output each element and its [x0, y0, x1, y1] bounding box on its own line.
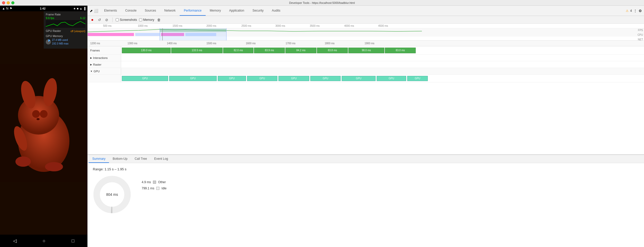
dtick-1600: 1600 ms: [246, 42, 256, 45]
responsive-icon[interactable]: ⬜: [94, 9, 98, 13]
battery-icon: ▐: [83, 7, 85, 10]
home-button[interactable]: ○: [43, 238, 46, 244]
tick-3000ms: 3000 ms: [275, 24, 285, 27]
gpu-triangle[interactable]: ▼: [90, 70, 93, 73]
other-color-box: [153, 181, 156, 184]
svg-point-10: [37, 118, 40, 120]
devtools-corner: ⚠ 4 ⋮ ⚙: [626, 6, 644, 16]
devtools-more-icon[interactable]: ⋮: [633, 9, 637, 13]
devtools-toolbar: ● ↺ ⊘ Screenshots Memory 🗑: [88, 16, 644, 24]
frame-block-2: 133.5 ms: [171, 48, 223, 53]
frames-content: 130.0 ms 133.5 ms 82.0 ms 83.9 ms 84.2 m…: [121, 46, 644, 54]
summary-legend: 4.9 ms Other 799.1 ms Idle: [142, 175, 167, 190]
tab-performance[interactable]: Performance: [180, 6, 206, 16]
minimize-button[interactable]: [7, 1, 10, 4]
frame-block-7: 98.0 ms: [348, 48, 384, 53]
dtick-1200: 1200 ms: [90, 42, 100, 45]
window-title: Developer Tools - https://localhost:5000…: [289, 1, 355, 4]
memory-checkbox[interactable]: [139, 18, 142, 21]
raster-track: ▶ Raster: [88, 61, 644, 68]
dtick-1800: 1800 ms: [325, 42, 334, 45]
svg-point-5: [32, 110, 40, 118]
frames-text: Frames: [90, 49, 100, 52]
interactions-triangle[interactable]: ▶: [90, 57, 92, 59]
gpu-text: GPU: [94, 70, 100, 73]
frame-block-4: 83.9 ms: [254, 48, 285, 53]
gpu-block-4: GPU: [247, 76, 277, 81]
idle-label: Idle: [161, 187, 166, 190]
status-time: 1:42: [40, 7, 46, 10]
gpu-memory-section: GPU Memory 27.4 MB used 192.0 MB max: [46, 34, 85, 46]
overview-section: 500 ms 1000 ms 1500 ms 2000 ms 2500 ms 3…: [88, 24, 644, 41]
settings-icon[interactable]: ⚙: [639, 9, 642, 13]
stop-button[interactable]: ⊘: [104, 17, 109, 22]
gpu-block-7: GPU: [342, 76, 376, 81]
gpu-memory-values: 27.4 MB used 192.0 MB max: [52, 38, 68, 46]
raster-triangle[interactable]: ▶: [90, 63, 92, 66]
tick-2000ms: 2000 ms: [206, 24, 216, 27]
maximize-button[interactable]: [11, 1, 14, 4]
legend-idle: 799.1 ms Idle: [142, 187, 167, 190]
svg-rect-15: [88, 33, 134, 36]
gpu-block-6: GPU: [310, 76, 341, 81]
tab-application[interactable]: Application: [225, 6, 248, 16]
gpu-block-2: GPU: [169, 76, 217, 81]
interactions-text: Interactions: [93, 56, 108, 59]
interactions-label: ▶ Interactions: [88, 55, 121, 61]
tab-audits[interactable]: Audits: [268, 6, 284, 16]
phone-status-bar: ▲ N ⚑ 1:42 ★ ■ ▲ ▐: [0, 6, 87, 11]
tab-memory[interactable]: Memory: [206, 6, 225, 16]
android-icon: ▲: [2, 7, 5, 10]
android-icon2: N: [6, 7, 8, 10]
tab-sources[interactable]: Sources: [141, 6, 160, 16]
perf-overlay: Frame Rate 9.6 fps 6-12 GPU Raster off (…: [44, 11, 87, 49]
interactions-content: [121, 55, 644, 61]
wifi-icon: ▲: [79, 7, 82, 10]
gpu-memory-title: GPU Memory: [46, 34, 85, 38]
timeline-area: 500 ms 1000 ms 1500 ms 2000 ms 2500 ms 3…: [88, 24, 644, 154]
tab-network[interactable]: Network: [160, 6, 180, 16]
recents-button[interactable]: □: [71, 238, 74, 244]
gpu-track: GPU GPU GPU GPU GPU GPU GPU GPU GPU: [88, 75, 644, 82]
bluetooth-icon: ★: [73, 7, 76, 10]
gpu-raster-section: GPU Raster off (viewport): [46, 29, 85, 33]
tab-summary[interactable]: Summary: [89, 155, 109, 163]
record-button[interactable]: ●: [90, 17, 95, 22]
frame-block-6: 83.8 ms: [317, 48, 348, 53]
screenshots-toggle[interactable]: Screenshots: [116, 18, 137, 22]
gpu-block-3: GPU: [218, 76, 246, 81]
frame-rate-title: Frame Rate: [46, 13, 85, 16]
status-icons: ★ ■ ▲ ▐: [73, 7, 85, 10]
detail-timeline[interactable]: 1200 ms 1300 ms 1400 ms 1500 ms 1600 ms …: [88, 41, 644, 154]
cursor-icon[interactable]: ⬈: [90, 9, 93, 13]
tab-bottom-up[interactable]: Bottom-Up: [109, 155, 131, 163]
idle-color-box: [156, 187, 159, 190]
tab-security[interactable]: Security: [248, 6, 268, 16]
screenshots-checkbox[interactable]: [116, 18, 119, 21]
warning-icon: ⚠: [626, 9, 629, 13]
tick-4500ms: 4500 ms: [378, 24, 388, 27]
tab-console[interactable]: Console: [121, 6, 141, 16]
tab-elements[interactable]: Elements: [100, 6, 121, 16]
close-button[interactable]: [2, 1, 5, 4]
screenshots-label: Screenshots: [120, 18, 137, 22]
bottom-tabs: Summary Bottom-Up Call Tree Event Log: [88, 155, 644, 163]
frame-block-8: 83.0 ms: [385, 48, 416, 53]
title-bar: Developer Tools - https://localhost:5000…: [0, 0, 644, 6]
selection-overlay[interactable]: [160, 28, 226, 41]
tick-4000ms: 4000 ms: [344, 24, 354, 27]
memory-toggle[interactable]: Memory: [139, 18, 154, 22]
gpu-label-track: ▼ GPU: [88, 68, 644, 75]
clear-button[interactable]: 🗑: [156, 17, 161, 22]
summary-chart-area: 804 ms 4.9 ms Other 799.1 ms Idle: [93, 175, 639, 214]
frames-track: Frames 130.0 ms 133.5 ms 82.0 ms 83.9 ms…: [88, 46, 644, 55]
svg-rect-16: [135, 33, 160, 36]
gpu-block-8: GPU: [377, 76, 406, 81]
main-layout: ▲ N ⚑ 1:42 ★ ■ ▲ ▐: [0, 6, 644, 247]
warning-count: 4: [630, 9, 632, 13]
back-button[interactable]: ◁: [13, 238, 17, 244]
tab-call-tree[interactable]: Call Tree: [131, 155, 151, 163]
reload-button[interactable]: ↺: [97, 17, 102, 22]
tab-event-log[interactable]: Event Log: [151, 155, 172, 163]
frame-block-1: 130.0 ms: [122, 48, 171, 53]
